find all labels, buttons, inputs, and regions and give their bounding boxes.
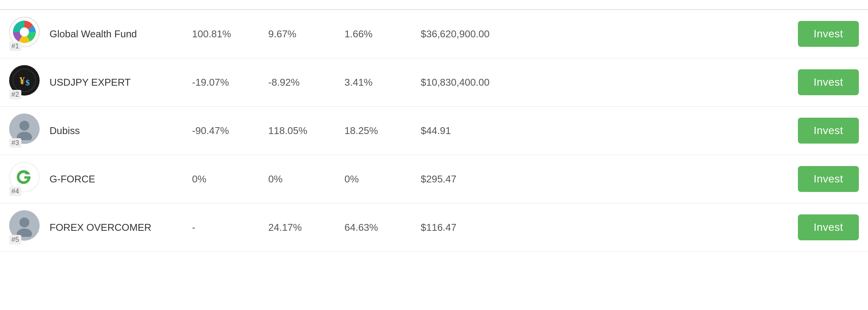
account-name: Dubiss [50, 125, 80, 137]
account-cell: #4 G-FORCE [9, 162, 192, 196]
svg-point-1 [20, 27, 29, 37]
return-1m-value: 118.05% [268, 125, 344, 137]
total-profit-value: $295.47 [421, 173, 527, 185]
invest-cell: Invest [527, 69, 859, 95]
return-1m-value: -8.92% [268, 77, 344, 88]
avatar-wrapper: ¥ $ #2 [9, 65, 43, 99]
account-cell: #5 FOREX OVERCOMER [9, 210, 192, 244]
avatar-wrapper: #5 [9, 210, 43, 244]
return-3m-value: 100.81% [192, 28, 268, 40]
investments-table: #1 Global Wealth Fund 100.81% 9.67% 1.66… [0, 0, 868, 310]
invest-cell: Invest [527, 214, 859, 240]
total-profit-value: $10,830,400.00 [421, 77, 527, 88]
invest-button[interactable]: Invest [798, 214, 859, 240]
svg-text:$: $ [26, 78, 30, 87]
table-header [0, 0, 868, 10]
return-1w-value: 0% [344, 173, 421, 185]
rank-badge: #1 [9, 42, 21, 51]
return-1m-value: 24.17% [268, 222, 344, 233]
account-name: FOREX OVERCOMER [50, 222, 151, 233]
table-row: #5 FOREX OVERCOMER - 24.17% 64.63% $116.… [0, 203, 868, 252]
return-1m-value: 9.67% [268, 28, 344, 40]
table-row: #4 G-FORCE 0% 0% 0% $295.47 Invest [0, 155, 868, 203]
rank-badge: #3 [9, 138, 21, 148]
account-name: Global Wealth Fund [50, 28, 137, 40]
avatar-wrapper: #4 [9, 162, 43, 196]
return-3m-value: -19.07% [192, 77, 268, 88]
return-1w-value: 1.66% [344, 28, 421, 40]
svg-point-9 [19, 217, 29, 227]
return-1m-value: 0% [268, 173, 344, 185]
return-3m-value: -90.47% [192, 125, 268, 137]
account-cell: ¥ $ #2 USDJPY EXPERT [9, 65, 192, 99]
account-cell: #3 Dubiss [9, 113, 192, 148]
avatar-wrapper: #1 [9, 17, 43, 51]
table-row: ¥ $ #2 USDJPY EXPERT -19.07% -8.92% 3.41… [0, 58, 868, 107]
total-profit-value: $36,620,900.00 [421, 28, 527, 40]
total-profit-value: $116.47 [421, 222, 527, 233]
invest-button[interactable]: Invest [798, 118, 859, 144]
avatar-wrapper: #3 [9, 113, 43, 148]
rank-badge: #2 [9, 90, 21, 99]
account-name: USDJPY EXPERT [50, 77, 131, 88]
invest-cell: Invest [527, 166, 859, 192]
invest-button[interactable]: Invest [798, 166, 859, 192]
invest-button[interactable]: Invest [798, 21, 859, 47]
return-1w-value: 3.41% [344, 77, 421, 88]
table-row: #3 Dubiss -90.47% 118.05% 18.25% $44.91 … [0, 107, 868, 155]
table-body: #1 Global Wealth Fund 100.81% 9.67% 1.66… [0, 10, 868, 252]
total-profit-value: $44.91 [421, 125, 527, 137]
invest-cell: Invest [527, 118, 859, 144]
account-name: G-FORCE [50, 173, 95, 185]
return-3m-value: 0% [192, 173, 268, 185]
invest-cell: Invest [527, 21, 859, 47]
svg-point-6 [19, 121, 29, 131]
return-1w-value: 18.25% [344, 125, 421, 137]
rank-badge: #5 [9, 235, 21, 244]
return-3m-value: - [192, 222, 268, 233]
invest-button[interactable]: Invest [798, 69, 859, 95]
rank-badge: #4 [9, 187, 21, 196]
table-row: #1 Global Wealth Fund 100.81% 9.67% 1.66… [0, 10, 868, 58]
account-cell: #1 Global Wealth Fund [9, 17, 192, 51]
svg-text:¥: ¥ [19, 75, 25, 86]
return-1w-value: 64.63% [344, 222, 421, 233]
